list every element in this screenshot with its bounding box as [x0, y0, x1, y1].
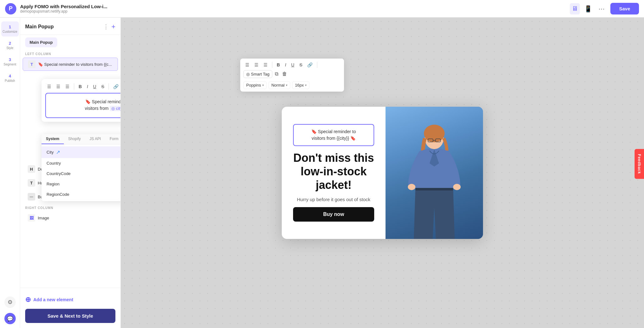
- page-subtitle: demopopupsmart.netlify.app: [20, 9, 566, 14]
- align-center-button[interactable]: ☰: [54, 83, 62, 90]
- sidebar-header: Main Popup ⋮ +: [20, 23, 120, 35]
- sidebar-more-button[interactable]: ⋮: [103, 23, 109, 30]
- smart-tab-jsapi[interactable]: JS API: [85, 134, 105, 144]
- main-layout: 1 Customize 2 Style 3 Segment 4 Publish …: [0, 18, 644, 328]
- hurryup-element-icon: T: [28, 179, 35, 187]
- smart-tab-form[interactable]: Form: [105, 134, 121, 144]
- popup-left-column: 🔖 Special reminder to visitors from {{ci…: [282, 107, 386, 239]
- popup-align-right[interactable]: ☰: [262, 61, 269, 69]
- smart-tag-item-region[interactable]: Region: [42, 179, 121, 189]
- toolbar-divider-2: [108, 83, 109, 90]
- element-label-image: Image: [38, 216, 49, 220]
- italic-button[interactable]: I: [85, 83, 90, 90]
- heading-element-icon: H: [28, 165, 35, 173]
- mobile-device-button[interactable]: 📱: [582, 3, 594, 14]
- smart-tag-label: Smart Tag: [251, 72, 269, 76]
- link-button[interactable]: 🔗: [111, 83, 120, 90]
- main-popup-tab[interactable]: Main Popup: [25, 37, 57, 47]
- bold-button[interactable]: B: [77, 83, 84, 90]
- preview-area: ☰ ☰ ☰ B I U S 🔗 ◎ Smart Tag ⧉ 🗑: [121, 18, 644, 328]
- smart-tag-item-country[interactable]: Country: [42, 158, 121, 168]
- popup-underline[interactable]: U: [289, 61, 296, 69]
- font-size-select[interactable]: 16px ▾: [292, 81, 309, 89]
- popup-buy-button[interactable]: Buy now: [293, 207, 374, 222]
- popup-strikethrough[interactable]: S: [297, 61, 304, 69]
- popup-title: Don't miss thislow-in-stockjacket!: [293, 151, 374, 192]
- svg-rect-7: [415, 188, 453, 190]
- popup-image: [386, 107, 483, 239]
- topbar: P Apply FOMO with Personalized Low-i... …: [0, 0, 644, 18]
- nav-item-segment[interactable]: 3 Segment: [1, 54, 19, 69]
- popup-heading-text: 🔖 Special reminder to visitors from {{ci…: [300, 128, 367, 142]
- smart-tag-dropdown: System Shopify JS API Form City ↗ Countr…: [42, 134, 121, 201]
- popup-align-center[interactable]: ☰: [253, 61, 260, 69]
- left-column-label: LEFT COLUMN: [20, 50, 120, 57]
- popup-link[interactable]: 🔗: [305, 61, 314, 69]
- popup-editor-toolbar: ☰ ☰ ☰ B I U S 🔗 ◎ Smart Tag ⧉ 🗑: [240, 59, 344, 92]
- svg-point-1: [424, 125, 445, 142]
- editor-text: 🔖 Special reminder to visitors from ◎ ci…: [51, 99, 121, 112]
- popup-divider-2: [317, 62, 317, 68]
- topbar-more-button[interactable]: ⋯: [597, 3, 607, 14]
- popup-right-column: [386, 107, 483, 239]
- sidebar-title: Main Popup: [25, 24, 54, 30]
- popup-align-left[interactable]: ☰: [243, 61, 251, 69]
- smart-tag-icon: ◎: [246, 72, 250, 76]
- popup-heading-box[interactable]: 🔖 Special reminder to visitors from {{ci…: [293, 124, 374, 146]
- nav-item-customize[interactable]: 1 Customize: [1, 21, 19, 37]
- font-style-arrow: ▾: [286, 83, 287, 87]
- font-family-select[interactable]: Poppins ▾: [243, 81, 267, 89]
- smart-tag-item-regioncode[interactable]: RegionCode: [42, 189, 121, 200]
- element-item-image[interactable]: 🖼 Image: [23, 212, 118, 224]
- feedback-tab[interactable]: Feedback: [635, 149, 644, 179]
- popup-toolbar-row: ☰ ☰ ☰ B I U S 🔗 ◎ Smart Tag ⧉ 🗑: [243, 61, 341, 78]
- popup-smart-tag-button[interactable]: ◎ Smart Tag: [243, 70, 272, 78]
- right-column-label: RIGHT COLUMN: [20, 204, 120, 211]
- city-selected-arrow: ↗: [56, 149, 60, 155]
- popup-copy-button[interactable]: ⧉: [274, 70, 280, 78]
- smart-tab-shopify[interactable]: Shopify: [64, 134, 85, 144]
- font-family-arrow: ▾: [262, 83, 264, 87]
- editor-content[interactable]: 🔖 Special reminder to visitors from ◎ ci…: [45, 93, 121, 118]
- editor-toolbar: ☰ ☰ ☰ B I U S 🔗 ◎: [45, 83, 121, 90]
- nav-item-style[interactable]: 2 Style: [1, 38, 19, 53]
- sidebar: Main Popup ⋮ + Main Popup LEFT COLUMN T …: [20, 18, 121, 328]
- save-button[interactable]: Save: [610, 3, 639, 14]
- align-right-button[interactable]: ☰: [64, 83, 71, 90]
- sidebar-bottom: ⊕ Add a new element Save & Next to Style: [20, 288, 120, 328]
- settings-icon[interactable]: ⚙: [4, 297, 16, 308]
- align-left-button[interactable]: ☰: [45, 83, 53, 90]
- woman-silhouette: [403, 119, 466, 239]
- smart-tag-tabs: System Shopify JS API Form: [42, 134, 121, 144]
- strikethrough-button[interactable]: S: [99, 83, 106, 90]
- popup-preview: ✕ 🔖 Special reminder to visitors from {{…: [282, 107, 483, 239]
- popup-trash-button[interactable]: 🗑: [281, 70, 288, 78]
- popup-toolbar-font-row: Poppins ▾ Normal ▾ 16px ▾: [243, 81, 341, 89]
- chat-icon[interactable]: 💬: [4, 313, 16, 324]
- app-logo: P: [5, 3, 16, 14]
- image-element-icon: 🖼: [28, 214, 35, 222]
- font-style-select[interactable]: Normal ▾: [269, 81, 290, 89]
- popup-italic[interactable]: I: [283, 61, 288, 69]
- city-tag: ◎ city: [110, 106, 121, 111]
- toolbar-divider-1: [74, 83, 74, 90]
- smart-tag-item-countrycode[interactable]: CountryCode: [42, 168, 121, 179]
- smart-tab-system[interactable]: System: [42, 134, 64, 144]
- button-element-icon: —: [28, 193, 35, 201]
- text-element-icon: T: [28, 60, 36, 68]
- add-element-icon: ⊕: [25, 296, 31, 304]
- element-item-special-reminder[interactable]: T 🔖 Special reminder to visitors from {{…: [23, 58, 118, 71]
- popup-divider-1: [272, 62, 272, 68]
- add-element-button[interactable]: ⊕ Add a new element: [25, 293, 115, 306]
- device-switcher: 🖥 📱 ⋯: [570, 3, 607, 14]
- element-label-special-reminder: 🔖 Special reminder to visitors from {{c.…: [38, 62, 112, 67]
- desktop-device-button[interactable]: 🖥: [570, 3, 580, 14]
- popup-bold[interactable]: B: [275, 61, 282, 69]
- nav-item-publish[interactable]: 4 Publish: [1, 71, 19, 86]
- save-next-button[interactable]: Save & Next to Style: [25, 309, 115, 323]
- smart-tag-item-city[interactable]: City ↗: [42, 146, 121, 158]
- sidebar-add-button[interactable]: +: [111, 23, 115, 31]
- page-title: Apply FOMO with Personalized Low-i...: [20, 4, 566, 9]
- underline-button[interactable]: U: [91, 83, 98, 90]
- text-editor-popup: ☰ ☰ ☰ B I U S 🔗 ◎ 🔖 Special reminder to …: [42, 79, 121, 122]
